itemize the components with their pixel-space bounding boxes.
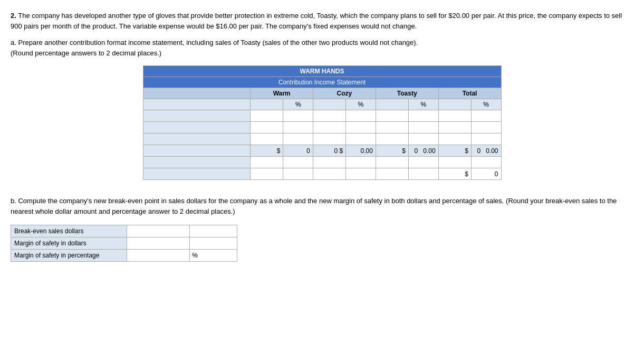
row2-warm-dollar-input[interactable] (253, 124, 280, 131)
row2-warm-pct[interactable] (283, 122, 313, 134)
table-row (143, 122, 501, 134)
row3-cozy-dollar-input[interactable] (316, 136, 343, 143)
table-row-totals: $ 0 0 $ 0.00 $ 0 0.00 $ 0 0.00 (143, 145, 501, 157)
row5-warm-pct-input[interactable] (286, 159, 310, 166)
toasty-col-header: Toasty (376, 88, 438, 99)
margin-dollars-value[interactable] (127, 237, 190, 250)
row2-total-dollar[interactable] (438, 122, 471, 134)
break-even-input[interactable] (130, 227, 187, 235)
row3-warm-dollar[interactable] (251, 134, 283, 145)
row6-cozy-pct-input[interactable] (349, 170, 373, 178)
row5-cozy-dollar-input[interactable] (316, 159, 343, 166)
row4-label-input[interactable] (146, 147, 248, 155)
row6-label-input[interactable] (146, 170, 248, 178)
row6-cozy-dollar-input[interactable] (316, 170, 343, 178)
row5-toasty-dollar-input[interactable] (379, 159, 406, 166)
break-even-value[interactable] (127, 225, 190, 237)
row5-warm-dollar-input[interactable] (253, 159, 280, 166)
row4-total-value[interactable]: 0 0.00 (471, 145, 501, 157)
row2-toasty-pct[interactable] (409, 122, 439, 134)
row6-total-value[interactable] (471, 168, 501, 180)
row6-toasty-dollar[interactable] (376, 168, 408, 180)
row6-toasty-dollar-input[interactable] (379, 170, 406, 178)
part-a-text: Prepare another contribution format inco… (18, 39, 418, 46)
row1-total-pct[interactable] (471, 110, 501, 122)
row1-toasty-pct-input[interactable] (411, 112, 436, 120)
row4-toasty-value[interactable]: 0 0.00 (409, 145, 439, 157)
row5-cozy-pct-input[interactable] (349, 159, 373, 166)
row3-toasty-dollar[interactable] (376, 134, 408, 145)
row1-total-dollar-input[interactable] (441, 112, 468, 120)
row3-cozy-dollar[interactable] (313, 134, 346, 145)
row2-warm-dollar[interactable] (251, 122, 283, 134)
row2-cozy-pct[interactable] (346, 122, 376, 134)
row3-total-dollar[interactable] (438, 134, 471, 145)
row3-cozy-pct-input[interactable] (349, 136, 373, 143)
row3-toasty-pct[interactable] (409, 134, 439, 145)
row3-toasty-dollar-input[interactable] (379, 136, 406, 143)
row1-label-input[interactable] (146, 112, 248, 120)
row3-warm-pct[interactable] (283, 134, 313, 145)
row2-total-pct[interactable] (471, 122, 501, 134)
row1-total-dollar[interactable] (438, 110, 471, 122)
margin-pct-value[interactable] (127, 250, 190, 262)
row1-warm-pct[interactable] (283, 110, 313, 122)
row2-cozy-pct-input[interactable] (349, 124, 373, 131)
row3-total-pct[interactable] (471, 134, 501, 145)
row3-total-dollar-input[interactable] (441, 136, 468, 143)
row1-total-pct-input[interactable] (474, 112, 498, 120)
table-row (143, 134, 501, 145)
row6-cozy-dollar[interactable] (313, 168, 346, 180)
row1-warm-pct-input[interactable] (286, 112, 310, 120)
row5-total-dollar[interactable] (438, 157, 471, 168)
row1-toasty-dollar[interactable] (376, 110, 408, 122)
row2-total-pct-input[interactable] (474, 124, 498, 131)
row5-toasty-dollar[interactable] (376, 157, 408, 168)
row1-toasty-dollar-input[interactable] (379, 112, 406, 120)
row2-label-input[interactable] (146, 124, 248, 131)
row5-warm-dollar[interactable] (251, 157, 283, 168)
row6-cozy-pct[interactable] (346, 168, 376, 180)
row5-cozy-pct[interactable] (346, 157, 376, 168)
row2-toasty-dollar[interactable] (376, 122, 408, 134)
row6-warm-dollar-input[interactable] (253, 170, 280, 178)
row6-warm-pct[interactable] (283, 168, 313, 180)
row2-cozy-dollar[interactable] (313, 122, 346, 134)
row5-warm-pct[interactable] (283, 157, 313, 168)
row5-label-input[interactable] (146, 159, 248, 166)
row2-warm-pct-input[interactable] (286, 124, 310, 131)
row3-warm-dollar-input[interactable] (253, 136, 280, 143)
row3-warm-pct-input[interactable] (286, 136, 310, 143)
row4-warm-value[interactable]: 0 (283, 145, 313, 157)
row6-toasty-pct-input[interactable] (411, 170, 436, 178)
margin-pct-input[interactable] (130, 252, 187, 259)
row5-toasty-pct-input[interactable] (411, 159, 436, 166)
row6-toasty-pct[interactable] (409, 168, 439, 180)
row3-toasty-pct-input[interactable] (411, 136, 436, 143)
row1-cozy-dollar[interactable] (313, 110, 346, 122)
row1-cozy-pct[interactable] (346, 110, 376, 122)
row2-cozy-dollar-input[interactable] (316, 124, 343, 131)
row3-label-input[interactable] (146, 136, 248, 143)
row5-cozy-dollar[interactable] (313, 157, 346, 168)
row5-total-dollar-input[interactable] (441, 159, 468, 166)
income-statement-section: WARM HANDS Contribution Income Statement… (11, 65, 633, 180)
row2-total-dollar-input[interactable] (441, 124, 468, 131)
row3-cozy-pct[interactable] (346, 134, 376, 145)
row1-toasty-pct[interactable] (409, 110, 439, 122)
row2-toasty-pct-input[interactable] (411, 124, 436, 131)
row2-toasty-dollar-input[interactable] (379, 124, 406, 131)
row4-cozy-value[interactable]: 0.00 (346, 145, 376, 157)
row6-warm-pct-input[interactable] (286, 170, 310, 178)
row5-total-pct[interactable] (471, 157, 501, 168)
row6-warm-dollar[interactable] (251, 168, 283, 180)
row1-cozy-pct-input[interactable] (349, 112, 373, 120)
margin-dollars-input[interactable] (130, 240, 187, 247)
row4-warm-dollar-sign: $ (251, 145, 283, 157)
row5-total-pct-input[interactable] (474, 159, 498, 166)
row6-label (143, 168, 251, 180)
row1-cozy-dollar-input[interactable] (316, 112, 343, 120)
row3-total-pct-input[interactable] (474, 136, 498, 143)
row5-toasty-pct[interactable] (409, 157, 439, 168)
row6-total-input[interactable] (474, 170, 498, 178)
